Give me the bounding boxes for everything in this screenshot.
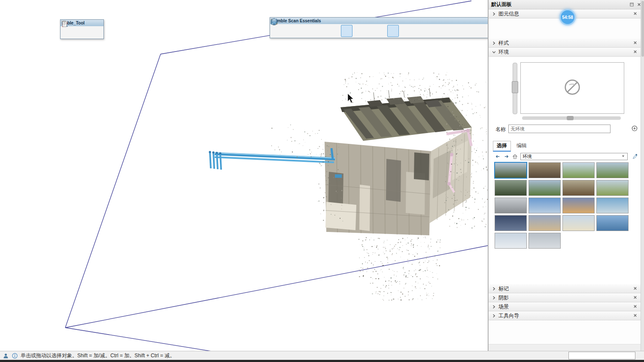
gear-icon[interactable] xyxy=(283,25,295,37)
panel-scrollbar[interactable] xyxy=(641,0,644,351)
user-icon[interactable] xyxy=(3,353,9,359)
env-thumbnail[interactable] xyxy=(562,215,595,231)
env-thumbnail[interactable] xyxy=(495,162,527,178)
hexagon-center-icon[interactable] xyxy=(422,25,434,37)
bottom-edge-strip xyxy=(0,360,644,362)
dock-icon[interactable] xyxy=(629,2,635,7)
section-styles[interactable]: 样式 xyxy=(489,39,641,48)
clipboard-icon[interactable] xyxy=(92,27,103,38)
slider-handle[interactable] xyxy=(567,116,574,120)
label-tool-window[interactable]: Lable_Tool xyxy=(60,19,104,39)
section-label: 阴影 xyxy=(498,294,631,301)
droplet-half-icon[interactable] xyxy=(329,25,341,37)
chevron-right-icon[interactable] xyxy=(492,304,496,309)
chevron-right-icon[interactable] xyxy=(492,41,496,46)
status-bar: 单击或拖动以选择对象。Shift = 加/减。Ctrl = 加。Shift + … xyxy=(0,351,644,360)
env-thumbnail[interactable] xyxy=(529,198,561,213)
slider-handle[interactable] xyxy=(512,81,518,93)
scrollbar-thumb[interactable] xyxy=(641,1,644,57)
environment-thumbnail-grid xyxy=(495,162,633,249)
chevron-right-icon[interactable] xyxy=(492,313,496,318)
env-thumbnail[interactable] xyxy=(495,198,527,213)
droplet-gray-icon[interactable] xyxy=(352,25,364,37)
close-icon[interactable] xyxy=(633,49,638,55)
orbit-icon[interactable] xyxy=(72,27,82,38)
close-icon[interactable] xyxy=(633,286,638,291)
section-instructor[interactable]: 工具向导 xyxy=(489,311,641,320)
chevron-right-icon[interactable] xyxy=(492,286,496,291)
env-thumbnail[interactable] xyxy=(529,180,561,196)
close-icon[interactable] xyxy=(633,11,638,16)
env-thumbnail[interactable] xyxy=(529,233,561,249)
env-thumbnail[interactable] xyxy=(495,215,527,231)
section-label: 样式 xyxy=(498,40,631,47)
measurements-input[interactable] xyxy=(568,352,635,359)
section-label: 标记 xyxy=(498,285,631,292)
chevron-right-icon[interactable] xyxy=(492,12,496,16)
section-scenes[interactable]: 场景 xyxy=(489,302,641,311)
env-thumbnail[interactable] xyxy=(529,162,561,178)
droplet-full-icon[interactable] xyxy=(341,25,352,37)
add-circle-icon[interactable] xyxy=(468,25,480,37)
section-environment[interactable]: 环境 xyxy=(489,48,641,57)
back-arrow-icon[interactable] xyxy=(495,153,501,160)
sparse-points-icon[interactable] xyxy=(364,25,376,37)
home-icon[interactable] xyxy=(512,153,519,160)
env-thumbnail[interactable] xyxy=(562,162,595,178)
points-add-icon[interactable] xyxy=(457,25,468,37)
section-shadows[interactable]: 阴影 xyxy=(489,293,641,302)
hexagon-dense-icon[interactable] xyxy=(410,25,422,37)
tab-select[interactable]: 选择 xyxy=(493,141,511,152)
chevron-down-icon[interactable] xyxy=(492,50,496,55)
trimble-toolbar-window[interactable]: Trimble Scan Essentials xyxy=(270,17,488,38)
points-remove-icon[interactable] xyxy=(445,25,457,37)
zoom-icon[interactable] xyxy=(82,27,92,38)
env-thumbnail[interactable] xyxy=(596,215,629,231)
close-icon[interactable] xyxy=(633,295,638,300)
environment-intensity-slider[interactable] xyxy=(513,63,517,114)
eraser-icon[interactable] xyxy=(376,25,387,37)
hexagon-target-icon[interactable] xyxy=(434,25,445,37)
eraser-active-icon[interactable] xyxy=(387,25,399,37)
3d-viewport[interactable]: Lable_Tool Trimble Scan Essentials xyxy=(0,0,488,351)
sample-paint-icon[interactable] xyxy=(632,153,639,160)
section-tags[interactable]: 标记 xyxy=(489,284,641,293)
env-thumbnail[interactable] xyxy=(562,198,595,213)
env-thumbnail[interactable] xyxy=(596,198,629,213)
marker-icon[interactable] xyxy=(62,27,72,38)
env-thumbnail[interactable] xyxy=(562,180,595,196)
environment-collection-dropdown[interactable]: 环境 xyxy=(520,153,628,160)
environment-name-input[interactable] xyxy=(508,125,611,133)
add-environment-icon[interactable] xyxy=(631,125,638,132)
application-window: Lable_Tool Trimble Scan Essentials 默认面板 … xyxy=(0,0,644,362)
droplet-light-icon[interactable] xyxy=(318,25,329,37)
env-thumbnail[interactable] xyxy=(495,233,527,249)
hexagon-points-icon[interactable] xyxy=(399,25,410,37)
env-thumbnail[interactable] xyxy=(495,180,527,196)
tab-edit[interactable]: 编辑 xyxy=(513,141,531,152)
close-icon[interactable] xyxy=(633,304,638,309)
label-tool-buttons xyxy=(61,26,103,39)
env-thumbnail[interactable] xyxy=(529,215,561,231)
chevron-right-icon[interactable] xyxy=(492,295,496,300)
panel-title: 默认面板 xyxy=(491,1,627,8)
close-icon[interactable] xyxy=(633,40,638,46)
env-thumbnail[interactable] xyxy=(596,162,629,178)
trimble-titlebar[interactable]: Trimble Scan Essentials xyxy=(270,18,488,24)
forward-arrow-icon[interactable] xyxy=(503,153,510,160)
close-icon[interactable] xyxy=(97,21,102,25)
droplet-outline-icon[interactable] xyxy=(306,25,318,37)
status-hint-text: 单击或拖动以选择对象。Shift = 加/减。Ctrl = 加。Shift + … xyxy=(21,352,566,359)
section-label: 工具向导 xyxy=(498,312,631,319)
trimble-title: Trimble Scan Essentials xyxy=(272,18,321,23)
folder-icon[interactable] xyxy=(271,25,283,37)
section-label: 环境 xyxy=(498,49,631,56)
close-icon[interactable] xyxy=(633,313,638,318)
environment-rotation-slider[interactable] xyxy=(522,116,621,120)
info-icon[interactable] xyxy=(12,353,18,359)
delete-icon[interactable] xyxy=(295,25,306,37)
polyline-icon[interactable] xyxy=(480,25,488,37)
env-thumbnail[interactable] xyxy=(596,180,629,196)
caret-down-icon xyxy=(621,154,626,159)
no-environment-icon xyxy=(560,75,585,101)
